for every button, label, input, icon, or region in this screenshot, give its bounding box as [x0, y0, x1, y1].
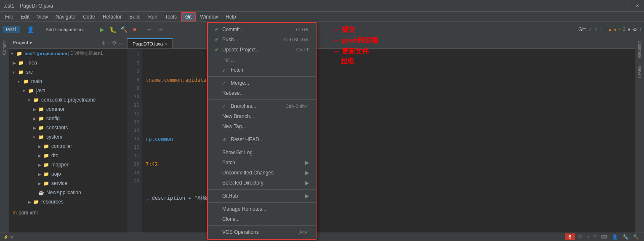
- git-menu-new-tag[interactable]: New Tag...: [208, 121, 316, 131]
- settings-icon[interactable]: ⚙: [633, 27, 637, 32]
- build-button[interactable]: 🔨: [119, 25, 128, 34]
- sidebar-item-service[interactable]: ▶ 📁 service: [9, 179, 127, 188]
- weather-icon: °: [592, 233, 597, 240]
- menu-tools[interactable]: Tools: [162, 13, 180, 21]
- maximize-button[interactable]: □: [625, 3, 632, 9]
- arrow-java: ▾: [23, 88, 28, 93]
- root-path: D:\关联交易\test1: [70, 51, 103, 56]
- git-push: ↑: [600, 27, 602, 32]
- menu-code[interactable]: Code: [80, 13, 98, 21]
- sidebar-item-src[interactable]: ▾ 📁 src: [9, 67, 127, 77]
- user-icon: 👤: [610, 233, 620, 240]
- update-shortcut: Ctrl+T: [296, 47, 309, 52]
- sidebar-item-system[interactable]: ▾ 📁 system: [9, 132, 127, 142]
- menu-file[interactable]: File: [2, 13, 16, 21]
- minimize-button[interactable]: –: [617, 3, 624, 9]
- status-bar: ⚡ m S 中 ♪ ° ⌨ 👤 🔧 🔨: [0, 233, 644, 241]
- status-text: ⚡ m: [3, 235, 13, 239]
- git-menu-patch[interactable]: Patch ▶: [208, 158, 316, 168]
- folder-icon-idea: 📁: [18, 59, 24, 66]
- commit-panel-label[interactable]: Commit: [1, 39, 8, 56]
- toolbar-icon-1[interactable]: 👤: [26, 25, 35, 34]
- sync-icon[interactable]: ⊕: [101, 40, 106, 46]
- tab-close[interactable]: ×: [165, 42, 167, 46]
- git-menu-rebase[interactable]: Rebase...: [208, 88, 316, 98]
- sidebar-item-main[interactable]: ▾ 📁 main: [9, 77, 127, 86]
- arrow-dto: ▶: [38, 153, 43, 158]
- sidebar-item-java[interactable]: ▾ 📁 java: [9, 86, 127, 95]
- sidebar-item-idea[interactable]: ▶ 📁 .idea: [9, 58, 127, 67]
- service-label: service: [51, 180, 67, 186]
- git-menu-merge[interactable]: ⑂ Merge...: [208, 78, 316, 88]
- menu-navigate[interactable]: Navigate: [52, 13, 79, 21]
- git-menu-github[interactable]: GitHub ▶: [208, 191, 316, 201]
- toolbar-separator-1: [23, 25, 23, 34]
- git-menu-manage-remotes[interactable]: Manage Remotes...: [208, 204, 316, 214]
- menu-refactor[interactable]: Refactor: [99, 13, 125, 21]
- sidebar-item-controller[interactable]: ▶ 📁 controller: [9, 142, 127, 151]
- git-menu-uncommitted[interactable]: Uncommitted Changes ▶: [208, 168, 316, 178]
- close-button[interactable]: ✕: [634, 3, 641, 9]
- keyboard-icon: ⌨: [599, 233, 609, 240]
- branches-label: Branches...: [231, 103, 256, 109]
- git-menu-update[interactable]: ✔ Update Project... Ctrl+T: [208, 45, 316, 55]
- branches-shortcut: Ctrl+Shift+`: [285, 104, 309, 109]
- settings-icon[interactable]: ⚙: [112, 40, 117, 46]
- menu-help[interactable]: Help: [222, 13, 240, 21]
- git-menu-selected-dir[interactable]: Selected Directory ▶: [208, 178, 316, 188]
- sidebar-item-root[interactable]: ▾ 📁 test1 [project-name] D:\关联交易\test1: [9, 49, 127, 58]
- menu-window[interactable]: Window: [197, 13, 221, 21]
- sep-6: [208, 202, 316, 203]
- new-tag-label: New Tag...: [222, 123, 246, 129]
- back-button[interactable]: ←: [145, 25, 154, 34]
- sidebar-item-dto[interactable]: ▶ 📁 dto: [9, 151, 127, 160]
- menu-git[interactable]: Git: [181, 12, 196, 21]
- git-menu-reset-head[interactable]: ↺ Reset HEAD...: [208, 134, 316, 145]
- forward-button[interactable]: →: [156, 25, 165, 34]
- menu-build[interactable]: Build: [126, 13, 144, 21]
- collapse-icon[interactable]: ≡: [107, 40, 110, 46]
- sidebar-item-config[interactable]: ▶ 📁 config: [9, 114, 127, 123]
- stop-button[interactable]: ■: [130, 25, 139, 34]
- git-menu-branches[interactable]: ⑂ Branches... Ctrl+Shift+`: [208, 101, 316, 111]
- git-menu-commit[interactable]: ✔ Commit... Ctrl+K: [208, 24, 316, 35]
- menu-run[interactable]: Run: [145, 13, 161, 21]
- sidebar-item-pojo[interactable]: ▶ 📁 pojo: [9, 169, 127, 179]
- sidebar-item-common[interactable]: ▶ 📁 common: [9, 104, 127, 114]
- editor-area: PageDTO.java × 123 891011 12131415 16171…: [127, 37, 635, 241]
- clone-label: Clone...: [222, 216, 240, 222]
- run-button[interactable]: ▶: [97, 25, 106, 34]
- git-menu-clone[interactable]: Clone...: [208, 214, 316, 224]
- sidebar-item-newapp[interactable]: ☕ NewApplication: [9, 188, 127, 197]
- git-label: Git:: [578, 27, 586, 32]
- database-panel-label[interactable]: Database: [636, 39, 643, 60]
- pom-label[interactable]: pom.xml: [19, 210, 37, 216]
- sidebar-item-resources[interactable]: ▶ 📁 resources: [9, 197, 127, 206]
- sidebar-item-constants[interactable]: ▶ 📁 constants: [9, 123, 127, 132]
- maven-panel-label[interactable]: Maven: [636, 64, 643, 80]
- sidebar-item-mapper[interactable]: ▶ 📁 mapper: [9, 160, 127, 169]
- git-menu-vcs-ops[interactable]: VCS Operations Alt+`: [208, 227, 316, 237]
- menu-edit[interactable]: Edit: [17, 13, 33, 21]
- resources-label: resources: [41, 199, 64, 205]
- tab-pagedto[interactable]: PageDTO.java ×: [127, 38, 173, 48]
- constants-label: constants: [46, 125, 68, 131]
- project-tab[interactable]: test1: [3, 26, 20, 33]
- folder-icon-src: 📁: [18, 69, 24, 75]
- sidebar-item-package[interactable]: ▾ 📁 com.ccblife.projectname: [9, 95, 127, 104]
- git-menu-pull[interactable]: Pull...: [208, 55, 316, 65]
- title-bar: test1 – PageDTO.java – □ ✕: [0, 0, 644, 12]
- add-config-button[interactable]: Add Configuration...: [37, 25, 96, 34]
- hide-icon[interactable]: —: [118, 40, 123, 46]
- toolbar: test1 👤 Add Configuration... ▶ 🐛 🔨 ■ ← →…: [0, 22, 644, 37]
- update-icon[interactable]: ↑: [639, 27, 641, 32]
- arrow-common: ▶: [33, 107, 38, 112]
- update-check: ✔: [215, 47, 220, 53]
- arrow-service: ▶: [38, 181, 43, 186]
- git-menu-new-branch[interactable]: New Branch...: [208, 111, 316, 121]
- debug-button[interactable]: 🐛: [108, 25, 117, 34]
- menu-view[interactable]: View: [34, 13, 51, 21]
- git-menu-fetch[interactable]: ↙ Fetch: [208, 65, 316, 75]
- git-menu-push[interactable]: ✔ Push... Ctrl+Shift+K: [208, 35, 316, 45]
- git-menu-show-log[interactable]: Show Git Log: [208, 147, 316, 158]
